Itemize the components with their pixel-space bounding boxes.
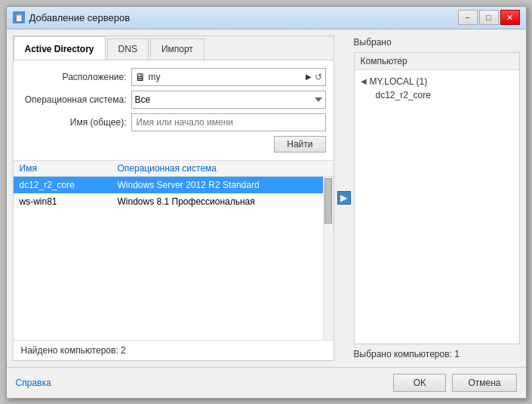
title-bar: 📋 Добавление серверов − □ ✕ [7, 7, 526, 29]
name-input[interactable] [131, 113, 326, 131]
left-panel: Active Directory DNS Импорт Расположение… [13, 35, 334, 361]
tree-root-label: MY.LOCAL (1) [370, 76, 428, 87]
result-os: Windows 8.1 Профессиональная [118, 196, 317, 207]
selected-column-header: Компьютер [355, 53, 519, 70]
tabs-bar: Active Directory DNS Импорт [14, 36, 334, 60]
form-area: Расположение: 🖥 my ▶ ↺ Операционная сист… [14, 60, 334, 161]
result-name: dc12_r2_core [20, 180, 118, 190]
tab-import[interactable]: Импорт [150, 39, 204, 60]
tree-child-node: dc12_r2_core [361, 88, 513, 100]
scrollbar-thumb[interactable] [324, 178, 332, 224]
table-row[interactable]: ws-win81 Windows 8.1 Профессиональная [14, 193, 323, 210]
refresh-icon[interactable]: ↺ [315, 72, 322, 82]
location-row: Расположение: 🖥 my ▶ ↺ [21, 68, 326, 86]
location-box[interactable]: 🖥 my ▶ ↺ [131, 68, 326, 86]
window-title: Добавление серверов [29, 12, 131, 23]
location-value: my [149, 72, 303, 82]
selected-box: Компьютер ◀ MY.LOCAL (1) dc12_r2_core [354, 52, 520, 344]
tab-active-directory[interactable]: Active Directory [14, 36, 106, 60]
location-arrow-icon: ▶ [306, 72, 312, 81]
name-row: Имя (общее): [21, 113, 326, 131]
folder-icon: 🖥 [135, 71, 146, 83]
selected-tree: ◀ MY.LOCAL (1) dc12_r2_core [355, 70, 519, 344]
maximize-button[interactable]: □ [479, 10, 499, 25]
help-link[interactable]: Справка [16, 378, 51, 388]
cancel-button[interactable]: Отмена [452, 374, 516, 392]
result-os: Windows Server 2012 R2 Standard [118, 180, 317, 190]
col-os-header: Операционная система [118, 163, 328, 174]
window-icon: 📋 [13, 11, 25, 23]
col-name-header: Имя [20, 163, 118, 174]
os-label: Операционная система: [21, 94, 127, 105]
selected-status: Выбрано компьютеров: 1 [354, 347, 520, 361]
close-button[interactable]: ✕ [500, 10, 520, 25]
selected-label: Выбрано [354, 35, 520, 49]
transfer-arrow-button[interactable]: ▶ [337, 191, 351, 205]
tree-child-label: dc12_r2_core [376, 90, 431, 100]
tab-dns[interactable]: DNS [107, 39, 149, 60]
os-row: Операционная система: Все Windows Server… [21, 91, 326, 109]
results-area: Имя Операционная система dc12_r2_core Wi… [14, 161, 334, 340]
minimize-button[interactable]: − [458, 10, 478, 25]
name-label: Имя (общее): [21, 117, 127, 128]
location-label: Расположение: [21, 72, 127, 82]
results-list: dc12_r2_core Windows Server 2012 R2 Stan… [14, 177, 323, 340]
tree-arrow-icon: ◀ [361, 77, 367, 85]
results-header: Имя Операционная система [14, 161, 334, 177]
bottom-buttons: OK Отмена [393, 374, 516, 392]
results-with-scroll: dc12_r2_core Windows Server 2012 R2 Stan… [14, 177, 334, 340]
table-row[interactable]: dc12_r2_core Windows Server 2012 R2 Stan… [14, 177, 323, 193]
result-name: ws-win81 [20, 196, 118, 207]
bottom-bar: Справка OK Отмена [7, 367, 526, 398]
find-row: Найти [21, 136, 326, 156]
title-bar-left: 📋 Добавление серверов [13, 11, 131, 23]
ok-button[interactable]: OK [393, 374, 446, 392]
content-area: Active Directory DNS Импорт Расположение… [7, 29, 526, 367]
dialog-window: 📋 Добавление серверов − □ ✕ Active Direc… [6, 6, 527, 399]
scrollbar[interactable] [323, 177, 334, 340]
found-status: Найдено компьютеров: 2 [14, 340, 334, 360]
right-panel: Выбрано Компьютер ◀ MY.LOCAL (1) dc12_r2… [354, 35, 520, 361]
find-button[interactable]: Найти [274, 136, 325, 153]
title-controls: − □ ✕ [458, 10, 520, 25]
os-select[interactable]: Все Windows Server 2012 R2 Windows 8.1 [131, 91, 326, 109]
tree-root-node: ◀ MY.LOCAL (1) [361, 75, 513, 88]
